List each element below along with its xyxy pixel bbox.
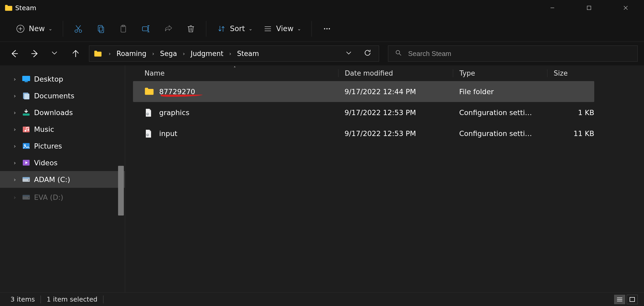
column-size[interactable]: Size <box>547 69 610 77</box>
new-label: New <box>29 24 45 33</box>
up-button[interactable] <box>71 49 80 58</box>
file-type: File folder <box>453 88 547 96</box>
file-size: 11 KB <box>547 129 594 138</box>
add-circle-icon <box>16 24 25 33</box>
sidebar-item-documents[interactable]: ›Documents <box>0 87 125 104</box>
paste-button[interactable] <box>119 24 128 33</box>
search-input[interactable] <box>408 50 631 58</box>
chevron-right-icon: › <box>14 160 18 166</box>
file-name: 87729270 <box>159 88 195 96</box>
maximize-button[interactable] <box>571 0 607 16</box>
svg-rect-15 <box>142 27 148 31</box>
folder-icon <box>145 87 154 96</box>
toolbar: New ⌄ <box>0 16 644 42</box>
chevron-right-icon: › <box>14 76 18 82</box>
share-button[interactable] <box>164 24 173 33</box>
cut-button[interactable] <box>74 24 83 33</box>
column-type[interactable]: Type <box>453 69 547 77</box>
svg-point-8 <box>79 30 82 32</box>
view-label: View <box>276 24 293 33</box>
more-button[interactable] <box>322 24 332 33</box>
table-row[interactable]: graphics9/17/2022 12:53 PMConfiguration … <box>133 102 594 123</box>
table-row[interactable]: input9/17/2022 12:53 PMConfiguration set… <box>133 123 594 144</box>
copy-button[interactable] <box>96 24 106 33</box>
svg-rect-34 <box>22 76 30 81</box>
back-button[interactable] <box>10 49 19 58</box>
file-date: 9/17/2022 12:44 PM <box>338 88 453 96</box>
trash-icon <box>186 24 196 33</box>
search-box[interactable] <box>388 46 638 62</box>
table-row[interactable]: 877292709/17/2022 12:44 PMFile folder <box>133 81 594 102</box>
breadcrumb-sep: › <box>182 50 186 57</box>
column-date[interactable]: Date modified <box>338 69 453 77</box>
history-dropdown-button[interactable] <box>345 49 352 58</box>
delete-button[interactable] <box>186 24 196 33</box>
separator <box>206 21 206 37</box>
svg-rect-46 <box>23 177 30 179</box>
pictures-icon <box>22 142 30 150</box>
sort-button[interactable]: Sort ⌄ <box>217 24 253 33</box>
view-button[interactable]: View ⌄ <box>263 24 301 33</box>
sidebar-item-desktop[interactable]: ›Desktop <box>0 71 125 87</box>
separator <box>41 296 41 303</box>
title-bar: Steam <box>0 0 644 16</box>
folder-icon <box>94 50 102 57</box>
breadcrumb-segment[interactable]: Sega <box>158 50 179 58</box>
file-size: 1 KB <box>547 109 594 117</box>
svg-rect-12 <box>99 27 104 33</box>
sort-label: Sort <box>230 24 245 33</box>
refresh-button[interactable] <box>364 49 371 58</box>
breadcrumb-bar[interactable]: › Roaming › Sega › Judgment › Steam <box>89 46 379 62</box>
close-button[interactable] <box>607 0 644 16</box>
svg-line-33 <box>399 54 401 55</box>
drive-icon <box>22 194 30 201</box>
videos-icon <box>22 159 30 166</box>
file-name: input <box>159 129 177 138</box>
thumbnails-view-button[interactable] <box>627 295 638 304</box>
breadcrumb-segment[interactable]: Steam <box>235 50 260 58</box>
new-button[interactable]: New ⌄ <box>16 24 52 33</box>
sidebar-item-label: Videos <box>34 159 58 167</box>
sidebar-item-videos[interactable]: ›Videos <box>0 154 125 171</box>
rename-button[interactable] <box>141 24 151 33</box>
breadcrumb-sep: › <box>151 50 155 57</box>
sidebar-item-label: ADAM (C:) <box>34 175 70 184</box>
svg-point-26 <box>324 28 325 29</box>
sidebar-item-eva-d-[interactable]: ›EVA (D:) <box>0 189 125 206</box>
sidebar-item-label: Pictures <box>34 142 62 150</box>
separator <box>63 21 63 37</box>
copy-icon <box>96 24 106 33</box>
breadcrumb-segment[interactable]: Judgment <box>189 50 225 58</box>
chevron-right-icon: › <box>14 176 18 183</box>
file-type: Configuration setti… <box>453 129 547 138</box>
status-bar: 3 items 1 item selected <box>0 292 644 306</box>
sidebar-item-downloads[interactable]: ›Downloads <box>0 104 125 121</box>
scrollbar-thumb[interactable] <box>118 166 124 216</box>
minimize-button[interactable] <box>534 0 571 16</box>
separator <box>103 296 103 303</box>
column-name[interactable]: ˄ Name <box>145 69 338 77</box>
forward-button[interactable] <box>30 49 39 58</box>
breadcrumb-sep: › <box>228 50 232 57</box>
chevron-right-icon: › <box>14 109 18 116</box>
sidebar-item-label: Documents <box>34 92 74 100</box>
file-type: Configuration setti… <box>453 109 547 117</box>
sidebar-item-label: Desktop <box>34 75 63 83</box>
svg-rect-37 <box>24 94 29 99</box>
documents-icon <box>22 92 30 99</box>
sidebar-item-music[interactable]: ›Music <box>0 121 125 138</box>
chevron-right-icon: › <box>14 126 18 133</box>
svg-point-27 <box>326 28 328 29</box>
details-view-button[interactable] <box>614 295 625 304</box>
file-date: 9/17/2022 12:53 PM <box>338 109 453 117</box>
sidebar-item-pictures[interactable]: ›Pictures <box>0 138 125 154</box>
breadcrumb-sep: › <box>108 50 112 57</box>
svg-rect-38 <box>23 114 30 116</box>
file-date: 9/17/2022 12:53 PM <box>338 129 453 138</box>
sidebar-item-label: Downloads <box>34 109 73 117</box>
chevron-down-icon: ⌄ <box>297 26 301 31</box>
breadcrumb-segment[interactable]: Roaming <box>115 50 148 58</box>
chevron-down-icon: ⌄ <box>48 26 52 31</box>
recent-locations-button[interactable] <box>51 49 60 58</box>
sidebar-item-adam-c-[interactable]: ›ADAM (C:) <box>0 171 125 188</box>
